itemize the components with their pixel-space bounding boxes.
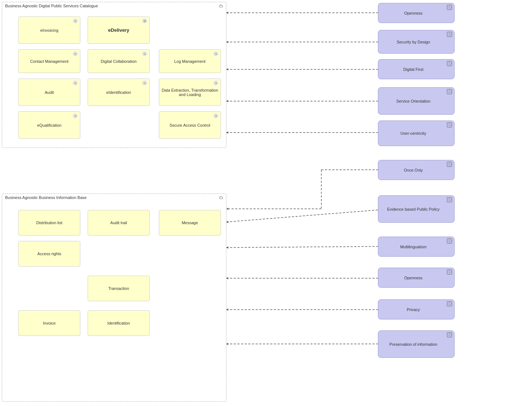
log-mgmt-box[interactable]: Log Management ⊃ bbox=[159, 49, 221, 73]
invoice-label: Invoice bbox=[43, 321, 56, 325]
svg-marker-1 bbox=[226, 12, 228, 14]
svg-marker-22 bbox=[226, 309, 228, 311]
svg-marker-20 bbox=[226, 277, 228, 279]
infobase-folder-icon: 🗀 bbox=[219, 195, 223, 200]
user-centricity-info-icon: ⓘ bbox=[447, 122, 452, 127]
security-info-icon: ⓘ bbox=[447, 32, 452, 37]
equalification-label: eQualification bbox=[37, 123, 62, 127]
einvoicing-label: eInvoicing bbox=[40, 28, 58, 32]
audit-box[interactable]: Audit ⊃ bbox=[18, 78, 80, 106]
access-rights-box[interactable]: Access rights bbox=[18, 241, 80, 267]
evidence-label: Evidence based Public Policy bbox=[387, 207, 440, 211]
transaction-box[interactable]: Transaction bbox=[88, 276, 150, 301]
digital-collab-label: Digital Collaboration bbox=[101, 59, 137, 64]
svg-marker-13 bbox=[226, 208, 228, 210]
audit-trail-label: Audit trail bbox=[110, 221, 127, 225]
catalogue-title: Business Agnostic Digital Public Service… bbox=[5, 4, 98, 8]
openness1-label: Openness bbox=[404, 11, 422, 15]
security-box[interactable]: Security by Design ⓘ bbox=[378, 30, 455, 54]
svg-line-15 bbox=[226, 210, 378, 222]
svg-marker-18 bbox=[226, 246, 228, 249]
preservation-label: Preservation of information bbox=[389, 342, 437, 346]
digital-collab-icon: ⊃ bbox=[142, 51, 147, 56]
user-centricity-label: User-centricity bbox=[401, 131, 426, 135]
audit-label: Audit bbox=[45, 90, 54, 95]
equalification-box[interactable]: eQualification ⊃ bbox=[18, 111, 80, 139]
eidentification-box[interactable]: eIdentification ⊃ bbox=[88, 78, 150, 106]
svg-marker-7 bbox=[226, 100, 228, 102]
equalification-icon: ⊃ bbox=[73, 113, 78, 118]
digital-first-label: Digital First bbox=[403, 67, 423, 72]
preservation-box[interactable]: Preservation of information ⓘ bbox=[378, 330, 455, 358]
secure-access-box[interactable]: Secure Access Control ⊃ bbox=[159, 111, 221, 139]
transaction-label: Transaction bbox=[108, 286, 129, 291]
once-only-box[interactable]: Once Only ⓘ bbox=[378, 160, 455, 180]
dist-list-box[interactable]: Distribution list bbox=[18, 210, 80, 235]
access-rights-label: Access rights bbox=[37, 252, 61, 256]
once-only-label: Once Only bbox=[404, 168, 423, 172]
edelivery-icon: ⊃ bbox=[142, 18, 147, 23]
svg-marker-24 bbox=[226, 343, 228, 345]
privacy-label: Privacy bbox=[407, 307, 420, 312]
multilingualism-info-icon: ⓘ bbox=[447, 238, 452, 244]
invoice-box[interactable]: Invoice bbox=[18, 310, 80, 336]
contact-mgmt-label: Contact Management bbox=[30, 59, 68, 64]
privacy-info-icon: ⓘ bbox=[447, 301, 452, 306]
svg-marker-5 bbox=[226, 68, 228, 70]
log-mgmt-icon: ⊃ bbox=[213, 51, 218, 56]
message-label: Message bbox=[182, 221, 198, 225]
audit-icon: ⊃ bbox=[73, 80, 78, 85]
svg-marker-16 bbox=[226, 221, 228, 223]
digital-collab-box[interactable]: Digital Collaboration ⊃ bbox=[88, 49, 150, 73]
service-orient-box[interactable]: Service Orientation ⓘ bbox=[378, 87, 455, 115]
openness1-info-icon: ⓘ bbox=[447, 5, 452, 10]
svg-marker-3 bbox=[226, 41, 228, 43]
infobase-title: Business Agnostic Business Information B… bbox=[5, 195, 87, 200]
audit-trail-box[interactable]: Audit trail bbox=[88, 210, 150, 235]
svg-marker-9 bbox=[226, 131, 228, 134]
eidentification-label: eIdentification bbox=[106, 90, 131, 95]
openness2-info-icon: ⓘ bbox=[447, 269, 452, 275]
einvoicing-box[interactable]: eInvoicing ⊃ bbox=[18, 16, 80, 44]
digital-first-box[interactable]: Digital First ⓘ bbox=[378, 59, 455, 79]
service-orient-info-icon: ⓘ bbox=[447, 89, 452, 94]
secure-access-icon: ⊃ bbox=[213, 113, 218, 118]
message-box[interactable]: Message bbox=[159, 210, 221, 235]
evidence-box[interactable]: Evidence based Public Policy ⓘ bbox=[378, 195, 455, 223]
digital-first-info-icon: ⓘ bbox=[447, 61, 452, 66]
data-etl-label: Data Extraction, Transformation and Load… bbox=[161, 88, 219, 97]
contact-mgmt-icon: ⊃ bbox=[73, 51, 78, 56]
log-mgmt-label: Log Management bbox=[174, 59, 206, 64]
preservation-info-icon: ⓘ bbox=[447, 332, 452, 337]
secure-access-label: Secure Access Control bbox=[169, 123, 210, 127]
once-only-info-icon: ⓘ bbox=[447, 162, 452, 167]
contact-mgmt-box[interactable]: Contact Management ⊃ bbox=[18, 49, 80, 73]
identification-box[interactable]: Identification bbox=[88, 310, 150, 336]
openness1-box[interactable]: Openness ⓘ bbox=[378, 3, 455, 23]
user-centricity-box[interactable]: User-centricity ⓘ bbox=[378, 120, 455, 146]
edelivery-label: eDelivery bbox=[108, 27, 129, 33]
openness2-box[interactable]: Openness ⓘ bbox=[378, 268, 455, 288]
evidence-info-icon: ⓘ bbox=[447, 197, 452, 202]
data-etl-box[interactable]: Data Extraction, Transformation and Load… bbox=[159, 78, 221, 106]
dist-list-label: Distribution list bbox=[36, 221, 62, 225]
identification-label: Identification bbox=[107, 321, 130, 325]
canvas: Business Agnostic Digital Public Service… bbox=[0, 0, 532, 406]
eidentification-icon: ⊃ bbox=[142, 80, 147, 85]
privacy-box[interactable]: Privacy ⓘ bbox=[378, 299, 455, 319]
einvoicing-icon: ⊃ bbox=[73, 18, 78, 23]
catalogue-folder-icon: 🗀 bbox=[219, 4, 223, 8]
multilingualism-box[interactable]: Multilingualism ⓘ bbox=[378, 237, 455, 257]
edelivery-box[interactable]: eDelivery ⊃ bbox=[88, 16, 150, 44]
svg-line-17 bbox=[226, 246, 378, 248]
data-etl-icon: ⊃ bbox=[213, 80, 218, 85]
multilingualism-label: Multilingualism bbox=[400, 245, 426, 249]
service-orient-label: Service Orientation bbox=[396, 99, 430, 103]
openness2-label: Openness bbox=[404, 276, 422, 280]
security-label: Security by Design bbox=[397, 40, 430, 44]
